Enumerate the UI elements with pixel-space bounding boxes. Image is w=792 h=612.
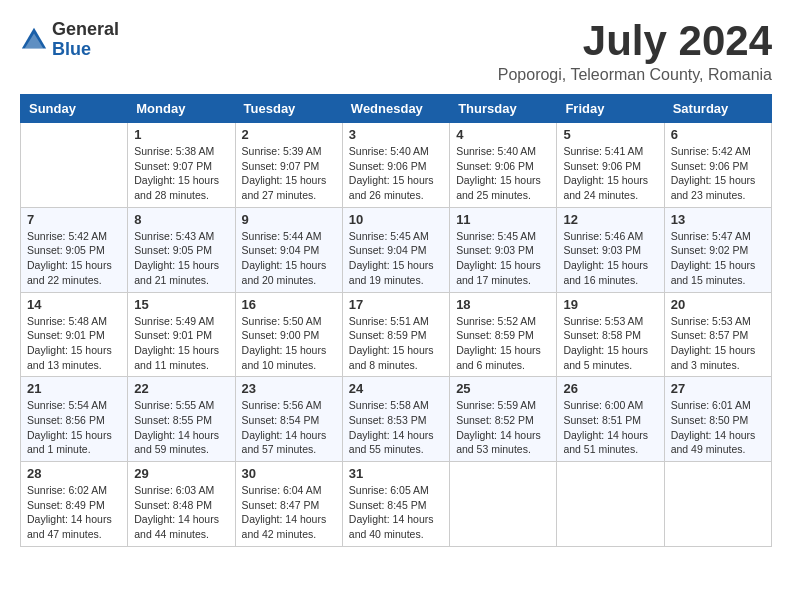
weekday-header-thursday: Thursday [450, 95, 557, 123]
day-info: Sunrise: 5:56 AM Sunset: 8:54 PM Dayligh… [242, 398, 336, 457]
day-number: 23 [242, 381, 336, 396]
calendar-cell: 27Sunrise: 6:01 AM Sunset: 8:50 PM Dayli… [664, 377, 771, 462]
day-info: Sunrise: 5:45 AM Sunset: 9:03 PM Dayligh… [456, 229, 550, 288]
weekday-header-saturday: Saturday [664, 95, 771, 123]
day-number: 14 [27, 297, 121, 312]
day-info: Sunrise: 5:39 AM Sunset: 9:07 PM Dayligh… [242, 144, 336, 203]
day-info: Sunrise: 6:02 AM Sunset: 8:49 PM Dayligh… [27, 483, 121, 542]
calendar-cell: 15Sunrise: 5:49 AM Sunset: 9:01 PM Dayli… [128, 292, 235, 377]
day-number: 21 [27, 381, 121, 396]
day-info: Sunrise: 6:01 AM Sunset: 8:50 PM Dayligh… [671, 398, 765, 457]
day-info: Sunrise: 5:42 AM Sunset: 9:05 PM Dayligh… [27, 229, 121, 288]
week-row-3: 14Sunrise: 5:48 AM Sunset: 9:01 PM Dayli… [21, 292, 772, 377]
day-info: Sunrise: 6:05 AM Sunset: 8:45 PM Dayligh… [349, 483, 443, 542]
day-number: 9 [242, 212, 336, 227]
calendar-cell: 20Sunrise: 5:53 AM Sunset: 8:57 PM Dayli… [664, 292, 771, 377]
weekday-header-monday: Monday [128, 95, 235, 123]
calendar-cell: 4Sunrise: 5:40 AM Sunset: 9:06 PM Daylig… [450, 123, 557, 208]
day-info: Sunrise: 6:03 AM Sunset: 8:48 PM Dayligh… [134, 483, 228, 542]
weekday-header-wednesday: Wednesday [342, 95, 449, 123]
day-info: Sunrise: 5:58 AM Sunset: 8:53 PM Dayligh… [349, 398, 443, 457]
day-info: Sunrise: 6:04 AM Sunset: 8:47 PM Dayligh… [242, 483, 336, 542]
day-number: 12 [563, 212, 657, 227]
day-number: 22 [134, 381, 228, 396]
day-number: 26 [563, 381, 657, 396]
day-info: Sunrise: 6:00 AM Sunset: 8:51 PM Dayligh… [563, 398, 657, 457]
day-number: 7 [27, 212, 121, 227]
calendar-cell: 19Sunrise: 5:53 AM Sunset: 8:58 PM Dayli… [557, 292, 664, 377]
day-number: 3 [349, 127, 443, 142]
calendar-cell: 17Sunrise: 5:51 AM Sunset: 8:59 PM Dayli… [342, 292, 449, 377]
day-number: 4 [456, 127, 550, 142]
day-info: Sunrise: 5:50 AM Sunset: 9:00 PM Dayligh… [242, 314, 336, 373]
day-info: Sunrise: 5:48 AM Sunset: 9:01 PM Dayligh… [27, 314, 121, 373]
day-number: 27 [671, 381, 765, 396]
calendar-cell: 13Sunrise: 5:47 AM Sunset: 9:02 PM Dayli… [664, 207, 771, 292]
day-info: Sunrise: 5:49 AM Sunset: 9:01 PM Dayligh… [134, 314, 228, 373]
calendar-cell: 12Sunrise: 5:46 AM Sunset: 9:03 PM Dayli… [557, 207, 664, 292]
location-title: Poporogi, Teleorman County, Romania [498, 66, 772, 84]
day-number: 6 [671, 127, 765, 142]
weekday-header-sunday: Sunday [21, 95, 128, 123]
day-info: Sunrise: 5:53 AM Sunset: 8:57 PM Dayligh… [671, 314, 765, 373]
calendar-cell: 7Sunrise: 5:42 AM Sunset: 9:05 PM Daylig… [21, 207, 128, 292]
logo-icon [20, 26, 48, 54]
logo: General Blue [20, 20, 119, 60]
day-number: 15 [134, 297, 228, 312]
calendar-cell: 29Sunrise: 6:03 AM Sunset: 8:48 PM Dayli… [128, 462, 235, 547]
day-number: 1 [134, 127, 228, 142]
calendar-cell: 24Sunrise: 5:58 AM Sunset: 8:53 PM Dayli… [342, 377, 449, 462]
week-row-1: 1Sunrise: 5:38 AM Sunset: 9:07 PM Daylig… [21, 123, 772, 208]
day-number: 11 [456, 212, 550, 227]
day-number: 5 [563, 127, 657, 142]
logo-text: General Blue [52, 20, 119, 60]
day-number: 20 [671, 297, 765, 312]
day-info: Sunrise: 5:40 AM Sunset: 9:06 PM Dayligh… [456, 144, 550, 203]
logo-general: General [52, 20, 119, 40]
calendar-cell: 3Sunrise: 5:40 AM Sunset: 9:06 PM Daylig… [342, 123, 449, 208]
month-title: July 2024 [498, 20, 772, 62]
day-number: 25 [456, 381, 550, 396]
calendar-cell: 8Sunrise: 5:43 AM Sunset: 9:05 PM Daylig… [128, 207, 235, 292]
calendar-cell: 1Sunrise: 5:38 AM Sunset: 9:07 PM Daylig… [128, 123, 235, 208]
calendar-cell [21, 123, 128, 208]
day-info: Sunrise: 5:45 AM Sunset: 9:04 PM Dayligh… [349, 229, 443, 288]
calendar-cell: 28Sunrise: 6:02 AM Sunset: 8:49 PM Dayli… [21, 462, 128, 547]
calendar-cell: 2Sunrise: 5:39 AM Sunset: 9:07 PM Daylig… [235, 123, 342, 208]
day-info: Sunrise: 5:40 AM Sunset: 9:06 PM Dayligh… [349, 144, 443, 203]
day-number: 16 [242, 297, 336, 312]
calendar-cell: 30Sunrise: 6:04 AM Sunset: 8:47 PM Dayli… [235, 462, 342, 547]
calendar-cell [450, 462, 557, 547]
calendar-cell: 31Sunrise: 6:05 AM Sunset: 8:45 PM Dayli… [342, 462, 449, 547]
day-info: Sunrise: 5:47 AM Sunset: 9:02 PM Dayligh… [671, 229, 765, 288]
day-info: Sunrise: 5:59 AM Sunset: 8:52 PM Dayligh… [456, 398, 550, 457]
title-block: July 2024 Poporogi, Teleorman County, Ro… [498, 20, 772, 84]
day-number: 19 [563, 297, 657, 312]
weekday-header-tuesday: Tuesday [235, 95, 342, 123]
day-info: Sunrise: 5:43 AM Sunset: 9:05 PM Dayligh… [134, 229, 228, 288]
calendar-cell: 23Sunrise: 5:56 AM Sunset: 8:54 PM Dayli… [235, 377, 342, 462]
week-row-5: 28Sunrise: 6:02 AM Sunset: 8:49 PM Dayli… [21, 462, 772, 547]
day-info: Sunrise: 5:44 AM Sunset: 9:04 PM Dayligh… [242, 229, 336, 288]
day-number: 28 [27, 466, 121, 481]
week-row-2: 7Sunrise: 5:42 AM Sunset: 9:05 PM Daylig… [21, 207, 772, 292]
calendar-cell: 18Sunrise: 5:52 AM Sunset: 8:59 PM Dayli… [450, 292, 557, 377]
calendar-cell [664, 462, 771, 547]
day-info: Sunrise: 5:38 AM Sunset: 9:07 PM Dayligh… [134, 144, 228, 203]
calendar-cell: 11Sunrise: 5:45 AM Sunset: 9:03 PM Dayli… [450, 207, 557, 292]
calendar-cell: 5Sunrise: 5:41 AM Sunset: 9:06 PM Daylig… [557, 123, 664, 208]
day-number: 17 [349, 297, 443, 312]
calendar-table: SundayMondayTuesdayWednesdayThursdayFrid… [20, 94, 772, 547]
weekday-header-friday: Friday [557, 95, 664, 123]
day-number: 31 [349, 466, 443, 481]
calendar-cell: 26Sunrise: 6:00 AM Sunset: 8:51 PM Dayli… [557, 377, 664, 462]
calendar-cell: 22Sunrise: 5:55 AM Sunset: 8:55 PM Dayli… [128, 377, 235, 462]
day-number: 13 [671, 212, 765, 227]
day-info: Sunrise: 5:54 AM Sunset: 8:56 PM Dayligh… [27, 398, 121, 457]
logo-blue: Blue [52, 40, 119, 60]
day-number: 18 [456, 297, 550, 312]
day-info: Sunrise: 5:42 AM Sunset: 9:06 PM Dayligh… [671, 144, 765, 203]
calendar-cell: 10Sunrise: 5:45 AM Sunset: 9:04 PM Dayli… [342, 207, 449, 292]
day-info: Sunrise: 5:55 AM Sunset: 8:55 PM Dayligh… [134, 398, 228, 457]
calendar-cell: 21Sunrise: 5:54 AM Sunset: 8:56 PM Dayli… [21, 377, 128, 462]
